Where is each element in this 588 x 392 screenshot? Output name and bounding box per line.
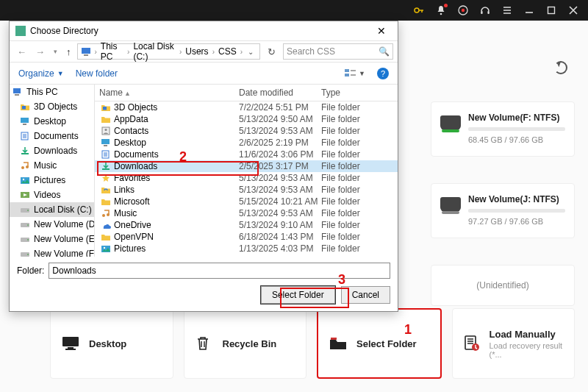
file-name: Desktop bbox=[114, 138, 146, 148]
table-row[interactable]: Links5/13/2024 9:53 AMFile folder bbox=[95, 184, 398, 196]
table-row[interactable]: Documents11/6/2024 3:06 PMFile folder bbox=[95, 149, 398, 160]
tree-item-label: Music bbox=[34, 160, 57, 171]
tree-item[interactable]: Desktop bbox=[10, 114, 94, 129]
table-row[interactable]: Microsoft5/15/2024 10:21 AMFile folder bbox=[95, 196, 398, 207]
refresh-button[interactable] bbox=[554, 61, 567, 74]
file-date: 11/6/2024 3:06 PM bbox=[239, 149, 321, 160]
table-row[interactable]: OneDrive5/13/2024 9:10 AMFile folder bbox=[95, 219, 398, 231]
svg-rect-6 bbox=[548, 7, 555, 14]
close-app-icon[interactable] bbox=[567, 4, 579, 16]
volume-usage-bar bbox=[468, 209, 565, 213]
minimize-icon[interactable] bbox=[523, 4, 535, 16]
close-icon[interactable]: ✕ bbox=[368, 25, 395, 37]
nav-recent-icon[interactable]: ▾ bbox=[51, 48, 60, 55]
svg-rect-8 bbox=[68, 347, 74, 349]
tree-item[interactable]: This PC bbox=[10, 85, 94, 99]
tree-item[interactable]: Videos bbox=[10, 188, 94, 202]
breadcrumb-seg[interactable]: This PC bbox=[98, 41, 126, 62]
file-list[interactable]: Name▲ Date modified Type 3D Objects7/2/2… bbox=[95, 85, 398, 257]
chevron-down-icon: ▼ bbox=[57, 70, 64, 77]
column-type[interactable]: Type bbox=[317, 85, 398, 101]
breadcrumb[interactable]: › This PC › Local Disk (C:) › Users › CS… bbox=[77, 43, 261, 60]
table-row[interactable]: Desktop2/6/2025 2:19 PMFile folder bbox=[95, 137, 398, 149]
tree-item[interactable]: Pictures bbox=[10, 173, 94, 188]
file-date: 2/5/2025 3:17 PM bbox=[239, 161, 321, 171]
search-input[interactable]: Search CSS 🔍 bbox=[283, 43, 393, 60]
key-icon[interactable] bbox=[413, 4, 425, 16]
volume-card[interactable]: New Volume(J: NTFS) 97.27 GB / 97.66 GB bbox=[431, 183, 575, 238]
menu-icon[interactable] bbox=[501, 4, 513, 16]
volume-card[interactable]: New Volume(F: NTFS) 68.45 GB / 97.66 GB bbox=[431, 101, 575, 157]
tree-item[interactable]: Local Disk (C:) bbox=[10, 202, 94, 217]
tree-item-label: This PC bbox=[26, 87, 58, 97]
svg-point-3 bbox=[462, 9, 465, 12]
volume-size: 97.27 GB / 97.66 GB bbox=[468, 217, 565, 226]
annotation-3: 3 bbox=[338, 272, 345, 288]
tree-item[interactable]: New Volume (E bbox=[10, 232, 94, 246]
select-folder-button[interactable]: Select Folder bbox=[261, 286, 335, 304]
svg-point-42 bbox=[104, 129, 107, 131]
file-name: Microsoft bbox=[114, 196, 150, 207]
tree-item-label: Videos bbox=[34, 190, 60, 200]
chevron-down-icon[interactable]: ⌄ bbox=[243, 48, 258, 56]
column-date[interactable]: Date modified bbox=[234, 85, 317, 101]
location-recycle-bin[interactable]: Recycle Bin bbox=[184, 308, 307, 379]
location-load-manually[interactable]: Load Manually Load recovery result (*... bbox=[452, 308, 576, 379]
record-icon[interactable] bbox=[457, 4, 469, 16]
cancel-button[interactable]: Cancel bbox=[341, 286, 390, 304]
organize-menu[interactable]: Organize ▼ bbox=[18, 68, 64, 79]
svg-rect-43 bbox=[101, 139, 110, 144]
svg-point-26 bbox=[26, 165, 29, 168]
search-icon: 🔍 bbox=[379, 46, 390, 57]
tree-item[interactable]: Documents bbox=[10, 129, 94, 143]
nav-back-icon[interactable]: ← bbox=[14, 46, 29, 57]
nav-up-icon[interactable]: ↑ bbox=[63, 46, 74, 57]
breadcrumb-seg[interactable]: Users bbox=[182, 46, 211, 57]
nav-tree[interactable]: This PC3D ObjectsDesktopDocumentsDownloa… bbox=[10, 85, 95, 257]
file-type: File folder bbox=[321, 243, 396, 254]
tree-item[interactable]: Music bbox=[10, 158, 94, 173]
refresh-icon[interactable]: ↻ bbox=[263, 46, 280, 57]
table-row[interactable]: AppData5/13/2024 9:50 AMFile folder bbox=[95, 113, 398, 125]
view-options-icon[interactable]: ▼ bbox=[344, 68, 365, 79]
file-name: Links bbox=[114, 185, 135, 195]
onedrive-icon bbox=[101, 221, 111, 229]
search-placeholder: Search CSS bbox=[287, 46, 335, 57]
table-row[interactable]: OpenVPN6/18/2024 1:43 PMFile folder bbox=[95, 231, 398, 243]
maximize-icon[interactable] bbox=[545, 4, 557, 16]
tree-item[interactable]: New Volume (D bbox=[10, 217, 94, 232]
file-type: File folder bbox=[321, 185, 396, 195]
headset-icon[interactable] bbox=[479, 4, 491, 16]
file-date: 1/13/2025 4:03 PM bbox=[239, 243, 321, 254]
new-folder-button[interactable]: New folder bbox=[76, 68, 118, 79]
svg-rect-40 bbox=[103, 107, 107, 110]
table-row[interactable]: Downloads2/5/2025 3:17 PMFile folder bbox=[95, 160, 398, 172]
tree-item[interactable]: New Volume (F bbox=[10, 246, 94, 257]
file-name: OneDrive bbox=[114, 220, 151, 230]
table-row[interactable]: Music5/13/2024 9:53 AMFile folder bbox=[95, 207, 398, 219]
volume-card-unidentified[interactable]: (Unidentified) bbox=[431, 265, 575, 306]
drive-icon bbox=[20, 220, 30, 229]
tree-item-label: Pictures bbox=[34, 175, 65, 185]
table-row[interactable]: Contacts5/13/2024 9:53 AMFile folder bbox=[95, 125, 398, 137]
bell-icon[interactable] bbox=[435, 4, 447, 16]
downloads-icon bbox=[101, 162, 111, 171]
favorites-icon bbox=[101, 174, 111, 182]
table-row[interactable]: Pictures1/13/2025 4:03 PMFile folder bbox=[95, 243, 398, 254]
table-row[interactable]: 3D Objects7/2/2024 5:51 PMFile folder bbox=[95, 101, 398, 113]
svg-rect-5 bbox=[487, 11, 489, 14]
folder-icon bbox=[101, 115, 111, 124]
breadcrumb-seg[interactable]: Local Disk (C:) bbox=[130, 41, 179, 62]
tree-item[interactable]: Downloads bbox=[10, 143, 94, 158]
table-row[interactable]: Saved Games5/13/2024 9:53 AMFile folder bbox=[95, 254, 398, 257]
column-name[interactable]: Name▲ bbox=[95, 85, 234, 101]
pictures-icon bbox=[101, 244, 111, 253]
table-row[interactable]: Favorites5/13/2024 9:53 AMFile folder bbox=[95, 172, 398, 184]
folder-icon bbox=[101, 256, 111, 257]
location-desktop[interactable]: Desktop bbox=[50, 308, 173, 379]
pc-icon bbox=[12, 88, 23, 96]
tree-item[interactable]: 3D Objects bbox=[10, 99, 94, 114]
help-icon[interactable]: ? bbox=[377, 68, 389, 79]
location-select-folder[interactable]: Select Folder bbox=[317, 308, 442, 379]
breadcrumb-seg[interactable]: CSS bbox=[215, 46, 240, 57]
